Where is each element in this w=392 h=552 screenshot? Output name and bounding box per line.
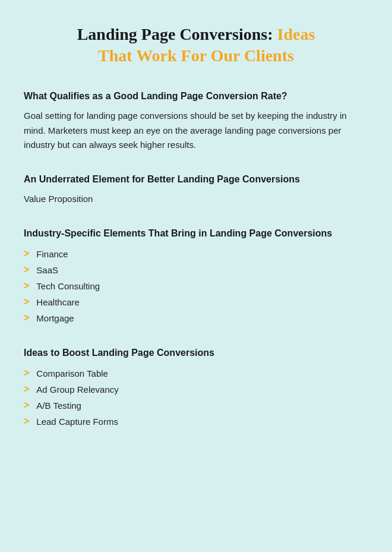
section-good-conversion: What Qualifies as a Good Landing Page Co…: [24, 91, 368, 153]
page-title: Landing Page Conversions: IdeasThat Work…: [24, 24, 368, 67]
chevron-icon: >: [24, 265, 29, 275]
list-item-label: Mortgage: [36, 313, 74, 323]
list-item: > Healthcare: [24, 294, 368, 310]
page-container: Landing Page Conversions: IdeasThat Work…: [24, 24, 368, 430]
chevron-icon: >: [24, 368, 29, 378]
section-heading-ideas: Ideas to Boost Landing Page Conversions: [24, 348, 368, 358]
list-item: > SaaS: [24, 262, 368, 278]
chevron-icon: >: [24, 281, 29, 291]
section-heading-underrated: An Underrated Element for Better Landing…: [24, 174, 368, 185]
list-item: > A/B Testing: [24, 398, 368, 414]
list-item: > Ad Group Relevancy: [24, 381, 368, 398]
section-underrated: An Underrated Element for Better Landing…: [24, 174, 368, 207]
chevron-icon: >: [24, 384, 29, 394]
section-body-underrated: Value Proposition: [24, 192, 368, 207]
list-item-label: Comparison Table: [36, 368, 108, 378]
list-item-label: Healthcare: [36, 297, 80, 307]
list-item-label: Tech Consulting: [36, 281, 100, 291]
title-black: Landing Page Conversions:: [77, 25, 277, 43]
list-item-label: Finance: [36, 249, 68, 259]
chevron-icon: >: [24, 249, 29, 258]
chevron-icon: >: [24, 400, 29, 410]
list-item-label: SaaS: [36, 265, 58, 275]
chevron-icon: >: [24, 417, 29, 426]
section-body-good-conversion: Goal setting for landing page conversion…: [24, 109, 368, 153]
section-heading-industry: Industry-Specific Elements That Bring in…: [24, 228, 368, 239]
chevron-icon: >: [24, 297, 29, 307]
list-item-label: Lead Capture Forms: [36, 417, 118, 427]
section-industry: Industry-Specific Elements That Bring in…: [24, 228, 368, 326]
list-item: > Tech Consulting: [24, 278, 368, 294]
section-heading-good-conversion: What Qualifies as a Good Landing Page Co…: [24, 91, 368, 102]
list-item-label: A/B Testing: [36, 400, 81, 411]
section-ideas: Ideas to Boost Landing Page Conversions …: [24, 348, 368, 430]
list-item: > Lead Capture Forms: [24, 414, 368, 430]
ideas-list: > Comparison Table > Ad Group Relevancy …: [24, 365, 368, 430]
list-item-label: Ad Group Relevancy: [36, 384, 118, 395]
list-item: > Comparison Table: [24, 365, 368, 381]
industry-list: > Finance > SaaS > Tech Consulting > Hea…: [24, 246, 368, 326]
list-item: > Finance: [24, 246, 368, 262]
list-item: > Mortgage: [24, 310, 368, 326]
chevron-icon: >: [24, 313, 29, 323]
